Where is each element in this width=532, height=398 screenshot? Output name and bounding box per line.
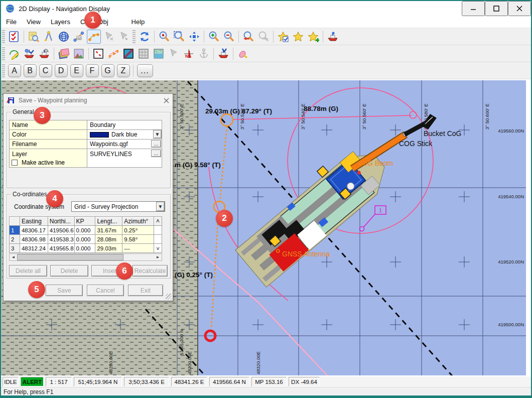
toolbar-grip[interactable] xyxy=(132,30,136,43)
vessel-check-button[interactable] xyxy=(22,47,36,61)
globe-button[interactable] xyxy=(57,30,71,44)
waypoint-row-1[interactable]: 1 48306.17 419506.6 0.000 31.67m 0.25° xyxy=(10,226,162,235)
save-button[interactable]: Save xyxy=(46,285,83,296)
row1-num[interactable]: 1 xyxy=(10,226,20,235)
vessel-button[interactable] xyxy=(326,30,340,44)
map-tile-button[interactable] xyxy=(152,47,166,61)
refresh-button[interactable] xyxy=(138,30,152,44)
row1-kp[interactable]: 0.000 xyxy=(75,226,96,235)
row2-northing[interactable]: 419538.3 xyxy=(48,235,75,244)
zoom-out-button[interactable] xyxy=(222,30,236,44)
col-easting[interactable]: Easting xyxy=(20,217,48,226)
cursor-select-button[interactable] xyxy=(117,30,131,44)
menu-layers[interactable]: Layers xyxy=(46,17,75,27)
route-dots-button[interactable] xyxy=(106,47,120,61)
coordinate-system-select[interactable]: Grid - Survey Projection ▼ xyxy=(71,201,165,212)
view-button-d[interactable]: D xyxy=(55,64,68,77)
view-button-f[interactable]: F xyxy=(86,64,99,77)
row1-azimuth[interactable]: 0.25° xyxy=(122,226,154,235)
view-button-e[interactable]: E xyxy=(70,64,83,77)
waypoint-line-button[interactable] xyxy=(87,30,101,44)
delete-all-button[interactable]: Delete all xyxy=(9,265,47,277)
grid-tile-button[interactable] xyxy=(137,47,151,61)
view-button-z[interactable]: Z xyxy=(117,64,130,77)
row1-length[interactable]: 31.67m xyxy=(95,226,122,235)
row3-azimuth[interactable]: --- xyxy=(122,244,154,253)
anchor-button[interactable] xyxy=(197,47,211,61)
vessel-flag-button[interactable] xyxy=(216,47,230,61)
zoom-window-button[interactable] xyxy=(172,30,186,44)
dialog-close-icon[interactable] xyxy=(162,96,171,105)
cursor-track-button[interactable] xyxy=(102,30,116,44)
terrain-button[interactable] xyxy=(72,47,86,61)
cursor-flag-button[interactable] xyxy=(167,47,181,61)
filename-browse-button[interactable]: ... xyxy=(151,140,161,148)
zoom-point-button[interactable] xyxy=(157,30,171,44)
table-scroll-down-icon[interactable]: ˅ xyxy=(154,244,162,253)
notes-search-button[interactable] xyxy=(27,30,41,44)
eraser-button[interactable] xyxy=(236,47,250,61)
minimize-button[interactable] xyxy=(462,1,485,16)
scatter-tile-button[interactable] xyxy=(91,47,105,61)
layer-input[interactable]: SURVEYLINES ... xyxy=(87,149,162,159)
zoom-in-button[interactable] xyxy=(207,30,221,44)
view-button-c[interactable]: C xyxy=(39,64,52,77)
vessel-antenna-button[interactable] xyxy=(37,47,51,61)
recalculate-button[interactable]: Recalculate xyxy=(132,265,168,277)
row2-num[interactable]: 2 xyxy=(10,235,20,244)
color-dropdown[interactable]: Dark blue ▼ xyxy=(87,130,162,139)
table-hscrollbar[interactable]: ◄ ► xyxy=(9,253,162,261)
menu-help[interactable]: Help xyxy=(126,17,150,27)
view-button-more[interactable]: ... xyxy=(137,64,153,77)
view-button-b[interactable]: B xyxy=(24,64,37,77)
coordinate-system-arrow-icon[interactable]: ▼ xyxy=(156,202,165,211)
layer-sheets-button[interactable] xyxy=(57,47,71,61)
make-active-checkbox-cell[interactable]: Make active line xyxy=(10,158,87,167)
row3-num[interactable]: 3 xyxy=(10,244,20,253)
toolbar-grip[interactable] xyxy=(2,64,5,77)
col-length[interactable]: Lengt... xyxy=(95,217,122,226)
row1-easting[interactable]: 48306.17 xyxy=(20,226,48,235)
waypoint-row-3[interactable]: 3 48312.24 419565.8 0.000 29.03m --- ˅ xyxy=(10,244,162,253)
dividers-button[interactable] xyxy=(42,30,56,44)
zoom-next-button[interactable] xyxy=(256,30,271,44)
col-northing[interactable]: Northi... xyxy=(48,217,75,226)
view-button-a[interactable]: A xyxy=(8,64,21,77)
row2-azimuth[interactable]: 9.58° xyxy=(122,235,154,244)
exit-button[interactable]: Exit xyxy=(128,285,163,296)
toolbar-grip[interactable] xyxy=(2,47,5,60)
view-button-g[interactable]: G xyxy=(101,64,114,77)
draw-area-button[interactable] xyxy=(7,47,21,61)
row3-length[interactable]: 29.03m xyxy=(95,244,122,253)
favorite-add-button[interactable] xyxy=(306,30,320,44)
north-arrow-button[interactable]: N xyxy=(182,47,196,61)
name-input[interactable]: Boundary xyxy=(87,120,162,129)
validate-button[interactable] xyxy=(7,30,21,44)
waypoint-row-2[interactable]: 2 48306.98 419538.3 0.000 28.08m 9.58° xyxy=(10,235,162,244)
menu-view[interactable]: View xyxy=(22,17,46,27)
favorite-check-button[interactable] xyxy=(276,30,290,44)
table-scroll-up-icon[interactable]: ˄ xyxy=(154,217,162,226)
favorite-button[interactable] xyxy=(291,30,305,44)
dialog-resize-grip[interactable] xyxy=(166,294,172,300)
delete-button[interactable]: Delete xyxy=(50,265,88,277)
col-kp[interactable]: KP xyxy=(75,217,96,226)
layer-browse-button[interactable]: ... xyxy=(151,150,161,157)
row3-easting[interactable]: 48312.24 xyxy=(20,244,48,253)
diagonal-tile-button[interactable] xyxy=(121,47,136,61)
pan-button[interactable] xyxy=(187,30,201,44)
color-dropdown-arrow-icon[interactable]: ▼ xyxy=(153,130,162,139)
hscroll-right-icon[interactable]: ► xyxy=(154,254,162,260)
menu-file[interactable]: File xyxy=(1,17,22,27)
table-scroll-track[interactable] xyxy=(154,235,162,244)
row1-northing[interactable]: 419506.6 xyxy=(48,226,75,235)
make-active-checkbox[interactable] xyxy=(12,160,18,166)
row3-northing[interactable]: 419565.8 xyxy=(48,244,75,253)
close-button[interactable] xyxy=(508,1,531,16)
row2-length[interactable]: 28.08m xyxy=(95,235,122,244)
maximize-button[interactable] xyxy=(485,1,508,16)
hscroll-thumb[interactable] xyxy=(17,254,123,260)
cancel-button[interactable]: Cancel xyxy=(87,285,124,296)
row3-kp[interactable]: 0.000 xyxy=(75,244,96,253)
dialog-title-bar[interactable]: Save - Waypoint planning xyxy=(4,94,173,107)
